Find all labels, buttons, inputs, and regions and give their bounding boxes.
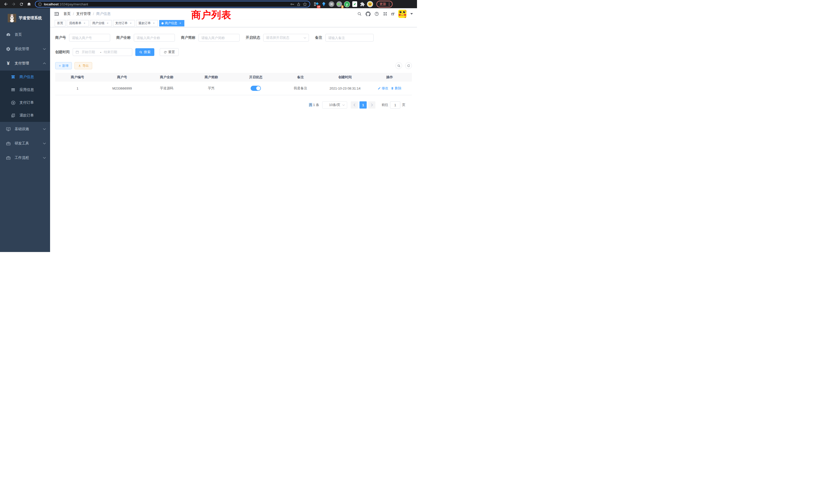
tag-user-group[interactable]: 用户分组 × <box>90 20 112 26</box>
sidebar-item-merchant-info[interactable]: 商户信息 <box>0 71 50 84</box>
breadcrumb-current: 商户信息 <box>96 12 111 16</box>
sidebar-logo: 芋道管理系统 <box>0 8 50 27</box>
status-select[interactable]: 请选择开启状态 <box>263 34 309 42</box>
sidebar-item-dev-tools[interactable]: 研发工具 <box>0 136 50 151</box>
close-icon[interactable]: × <box>152 22 156 25</box>
search-button[interactable]: 搜索 <box>135 48 154 56</box>
full-name-label: 商户全称 <box>116 36 131 40</box>
site-info-icon[interactable] <box>38 2 42 6</box>
full-name-input[interactable] <box>134 34 175 42</box>
extension-command-icon[interactable]: ⌘ <box>328 1 335 7</box>
active-tab-dot <box>161 22 163 24</box>
extension-badge: 1 <box>341 5 344 8</box>
extension-profile-icon[interactable]: 1 <box>336 1 343 7</box>
prev-page-button[interactable] <box>351 101 358 109</box>
table-row: 1 M233666999 芋道源码 芋艿 我是备注 2021-10-23 08:… <box>55 82 412 95</box>
export-button[interactable]: 导出 <box>74 62 92 69</box>
breadcrumb-home[interactable]: 首页 <box>63 12 71 16</box>
browser-back-icon[interactable] <box>3 1 9 7</box>
tag-pay-order[interactable]: 支付订单 × <box>113 20 135 26</box>
goto-page-input[interactable] <box>390 101 400 109</box>
extension-notes-icon[interactable] <box>351 1 358 7</box>
page-size-select[interactable]: 10条/页 <box>322 101 347 109</box>
logo-rabbit-image <box>8 14 16 22</box>
sidebar-item-label: 应用信息 <box>20 88 34 92</box>
add-button[interactable]: + 新增 <box>55 62 72 69</box>
calendar-icon <box>75 50 79 54</box>
sidebar-item-workflow[interactable]: 工作流程 <box>0 151 50 165</box>
github-icon[interactable] <box>366 12 371 17</box>
tag-refund-order[interactable]: 退款订单 × <box>136 20 158 26</box>
extension-gem-icon[interactable] <box>321 1 327 7</box>
password-key-icon[interactable] <box>290 2 294 6</box>
close-icon[interactable]: × <box>129 22 132 25</box>
sidebar-item-home[interactable]: 首页 <box>0 27 50 42</box>
status-toggle[interactable] <box>250 86 261 91</box>
sidebar: 芋道管理系统 首页 系统管理 ¥ 支付管理 <box>0 8 50 252</box>
yen-icon: ¥ <box>5 61 11 66</box>
sidebar-item-app-info[interactable]: 应用信息 <box>0 84 50 96</box>
extension-tab-manager-icon[interactable]: 10 <box>313 1 320 7</box>
share-icon[interactable] <box>297 2 301 6</box>
help-icon[interactable] <box>374 12 379 16</box>
sidebar-item-infrastructure[interactable]: 基础设施 <box>0 122 50 136</box>
edit-link[interactable]: 修改 <box>378 86 388 91</box>
collapse-sidebar-icon[interactable] <box>54 11 59 17</box>
sidebar-item-label: 退款订单 <box>20 113 34 118</box>
user-avatar[interactable] <box>398 10 407 18</box>
gear-icon <box>5 47 11 51</box>
delete-link[interactable]: 删除 <box>391 86 401 91</box>
close-icon[interactable]: × <box>178 22 182 25</box>
tag-home[interactable]: 首页 <box>55 20 65 26</box>
tag-label: 首页 <box>57 21 63 25</box>
browser-home-icon[interactable] <box>26 1 32 7</box>
font-size-icon[interactable]: tT <box>391 12 394 16</box>
refresh-table-button[interactable] <box>405 62 412 69</box>
create-time-range-picker[interactable]: 开始日期 - 结束日期 <box>73 48 132 56</box>
merchant-no-input[interactable] <box>69 34 110 42</box>
extensions-puzzle-icon[interactable] <box>359 1 366 7</box>
start-date-placeholder: 开始日期 <box>82 50 97 54</box>
tag-label: 流程表单 <box>69 21 81 25</box>
browser-toolbar: localhost:1024/pay/merchant 10 ⌘ 1 y <box>0 0 417 8</box>
breadcrumb-payment[interactable]: 支付管理 <box>76 12 91 16</box>
browser-menu-dots-icon[interactable] <box>389 3 390 6</box>
sidebar-item-system[interactable]: 系统管理 <box>0 42 50 56</box>
filter-row-1: 商户号 商户全称 商户简称 开启状态 请选择开启状态 <box>55 34 412 42</box>
page-number-1[interactable]: 1 <box>359 101 367 109</box>
close-icon[interactable]: × <box>83 22 86 25</box>
browser-profile-emoji-icon[interactable] <box>367 1 373 7</box>
address-bar[interactable]: localhost:1024/pay/merchant <box>35 1 310 7</box>
extension-yuque-icon[interactable]: y <box>344 1 350 7</box>
sidebar-item-label: 系统管理 <box>15 47 29 51</box>
show-search-toggle-button[interactable] <box>395 62 402 69</box>
col-header: 开启状态 <box>234 75 278 79</box>
next-page-button[interactable] <box>368 101 375 109</box>
close-icon[interactable]: × <box>106 22 109 25</box>
sidebar-submenu-payment: 商户信息 应用信息 支付订单 退款订单 <box>0 71 50 122</box>
search-icon[interactable] <box>357 12 362 16</box>
merchant-no-label: 商户号 <box>55 36 66 40</box>
col-header: 商户全称 <box>144 75 189 79</box>
remark-label: 备注 <box>315 36 322 40</box>
cell-merchant-no: M233666999 <box>100 87 145 90</box>
sidebar-item-payment[interactable]: ¥ 支付管理 <box>0 56 50 71</box>
fullscreen-icon[interactable] <box>383 12 388 16</box>
pagination-total: 共1 条 <box>309 102 319 107</box>
browser-reload-icon[interactable] <box>18 1 25 7</box>
user-caret-down-icon[interactable] <box>410 13 413 15</box>
tag-merchant-info[interactable]: 商户信息 × <box>159 20 184 26</box>
bookmark-star-icon[interactable] <box>303 2 307 6</box>
browser-update-button[interactable]: 更新 <box>376 1 393 7</box>
sidebar-item-label: 支付管理 <box>15 61 29 66</box>
remark-input[interactable] <box>325 34 374 42</box>
reset-button[interactable]: 重置 <box>160 48 179 56</box>
cell-remark: 我是备注 <box>278 86 323 91</box>
cell-create-time: 2021-10-23 08:31:14 <box>323 87 368 90</box>
sidebar-item-refund-order[interactable]: 退款订单 <box>0 109 50 122</box>
export-button-label: 导出 <box>83 64 89 68</box>
browser-forward-icon[interactable] <box>10 1 17 7</box>
sidebar-item-pay-order[interactable]: 支付订单 <box>0 96 50 109</box>
tag-process-form[interactable]: 流程表单 × <box>67 20 89 26</box>
short-name-input[interactable] <box>198 34 240 42</box>
